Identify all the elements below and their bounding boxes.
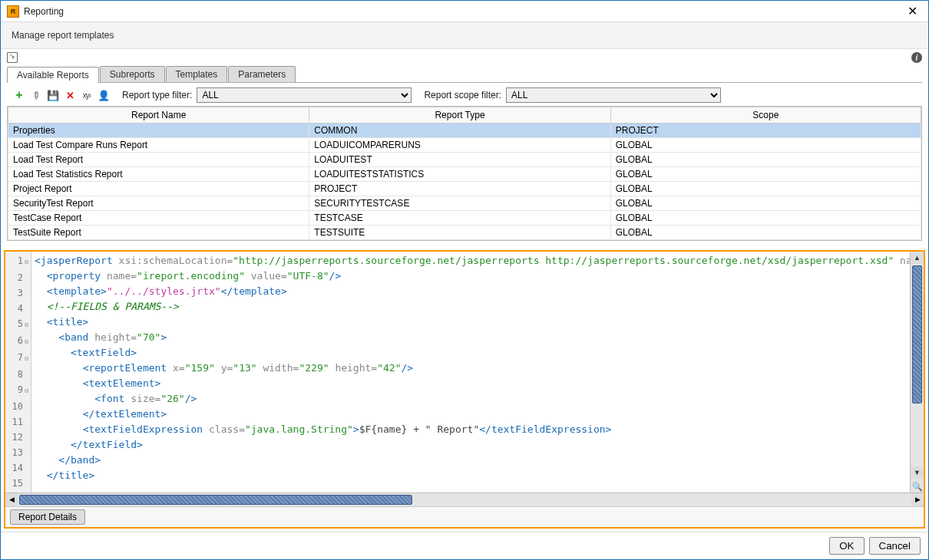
scroll-down-icon[interactable]: ▼ <box>911 466 924 479</box>
vertical-scrollbar[interactable]: ▲ ▼ 🔍 <box>910 252 924 492</box>
cell-scope: GLOBAL <box>610 211 921 226</box>
cell-name: TestSuite Report <box>8 226 309 240</box>
scroll-up-icon[interactable]: ▲ <box>911 252 924 264</box>
tab-parameters[interactable]: Parameters <box>228 66 296 82</box>
cell-type: LOADUITEST <box>309 153 610 167</box>
cell-scope: GLOBAL <box>610 153 921 167</box>
cell-scope: GLOBAL <box>610 182 921 196</box>
scroll-left-icon[interactable]: ◀ <box>5 493 18 506</box>
col-report-name[interactable]: Report Name <box>8 107 309 124</box>
cancel-button[interactable]: Cancel <box>869 537 921 555</box>
report-table-wrap: Report Name Report Type Scope Properties… <box>7 106 922 241</box>
cell-scope: GLOBAL <box>610 138 921 153</box>
table-row[interactable]: TestCase ReportTESTCASEGLOBAL <box>8 211 921 226</box>
cell-type: PROJECT <box>309 182 610 196</box>
tab-templates[interactable]: Templates <box>166 66 228 82</box>
cell-type: TESTSUITE <box>309 226 610 240</box>
cell-name: Load Test Statistics Report <box>8 167 309 182</box>
cell-type: SECURITYTESTCASE <box>309 196 610 211</box>
cell-type: TESTCASE <box>309 211 610 226</box>
table-row[interactable]: Load Test ReportLOADUITESTGLOBAL <box>8 153 921 167</box>
hscroll-thumb[interactable] <box>19 495 412 505</box>
cell-scope: PROJECT <box>610 124 921 138</box>
table-row[interactable]: Load Test Statistics ReportLOADUITESTSTA… <box>8 167 921 182</box>
hscroll-track[interactable] <box>18 493 911 506</box>
delete-icon[interactable]: ✕ <box>64 89 76 101</box>
cell-scope: GLOBAL <box>610 196 921 211</box>
tab-subreports[interactable]: Subreports <box>100 66 165 82</box>
toolbar: + ✎ 💾 ✕ xy› 👤 Report type filter: ALL Re… <box>7 84 922 106</box>
cell-type: LOADUICOMPARERUNS <box>309 138 610 153</box>
type-filter-select[interactable]: ALL <box>197 87 412 103</box>
edit-icon[interactable]: ✎ <box>28 87 45 104</box>
user-icon[interactable]: 👤 <box>98 89 110 101</box>
subtitle: Manage report templates <box>1 22 928 49</box>
cell-name: Project Report <box>8 182 309 196</box>
save-icon[interactable]: 💾 <box>47 89 59 101</box>
editor-frame: 1⊟2345⊟6⊟7⊟89⊟101112131415 <jasperReport… <box>4 250 925 529</box>
table-row[interactable]: TestSuite ReportTESTSUITEGLOBAL <box>8 226 921 240</box>
footer: OK Cancel <box>1 532 928 559</box>
table-row[interactable]: Project ReportPROJECTGLOBAL <box>8 182 921 196</box>
cell-name: TestCase Report <box>8 211 309 226</box>
horizontal-scrollbar[interactable]: ◀ ▶ <box>5 492 924 506</box>
magnifier-icon[interactable]: 🔍 <box>911 480 924 492</box>
table-row[interactable]: PropertiesCOMMONPROJECT <box>8 124 921 138</box>
close-icon[interactable]: ✕ <box>903 1 922 21</box>
cell-name: SecurityTest Report <box>8 196 309 211</box>
rename-icon[interactable]: xy› <box>81 89 93 101</box>
add-icon[interactable]: + <box>13 89 25 101</box>
tab-report-details[interactable]: Report Details <box>10 509 85 525</box>
expand-icon[interactable] <box>7 52 18 63</box>
table-row[interactable]: SecurityTest ReportSECURITYTESTCASEGLOBA… <box>8 196 921 211</box>
info-icon[interactable]: i <box>911 52 922 63</box>
scope-filter-select[interactable]: ALL <box>506 87 721 103</box>
cell-type: LOADUITESTSTATISTICS <box>309 167 610 182</box>
col-scope[interactable]: Scope <box>610 107 921 124</box>
cell-scope: GLOBAL <box>610 167 921 182</box>
info-bar: i <box>1 49 928 66</box>
tabs: Available Reports Subreports Templates P… <box>7 66 922 83</box>
editor-bottom-tabs: Report Details <box>5 506 924 527</box>
scroll-right-icon[interactable]: ▶ <box>911 493 924 506</box>
ok-button[interactable]: OK <box>829 537 864 555</box>
cell-name: Properties <box>8 124 309 138</box>
app-icon: R <box>7 5 19 18</box>
editor-body: 1⊟2345⊟6⊟7⊟89⊟101112131415 <jasperReport… <box>5 252 924 492</box>
tab-available-reports[interactable]: Available Reports <box>7 67 99 83</box>
scope-filter-label: Report scope filter: <box>424 90 501 100</box>
code-area[interactable]: <jasperReport xsi:schemaLocation="http:/… <box>31 252 910 492</box>
report-table: Report Name Report Type Scope Properties… <box>8 107 921 240</box>
cell-type: COMMON <box>309 124 610 138</box>
type-filter-label: Report type filter: <box>122 90 192 100</box>
table-row[interactable]: Load Test Compare Runs ReportLOADUICOMPA… <box>8 138 921 153</box>
col-report-type[interactable]: Report Type <box>309 107 610 124</box>
cell-name: Load Test Compare Runs Report <box>8 138 309 153</box>
title-bar: R Reporting ✕ <box>1 1 928 22</box>
line-gutter: 1⊟2345⊟6⊟7⊟89⊟101112131415 <box>5 252 31 492</box>
vscroll-thumb[interactable] <box>912 265 922 404</box>
cell-scope: GLOBAL <box>610 226 921 240</box>
cell-name: Load Test Report <box>8 153 309 167</box>
window-title: Reporting <box>24 6 64 17</box>
